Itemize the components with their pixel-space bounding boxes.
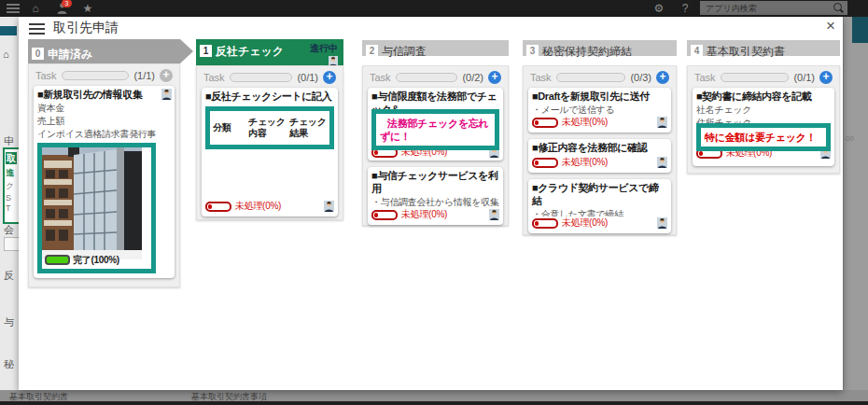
status-label: 与信調査 bbox=[382, 45, 427, 58]
card-line: 売上額 bbox=[37, 115, 171, 128]
status-number: 1 bbox=[200, 45, 212, 57]
add-task-button[interactable]: + bbox=[160, 69, 173, 82]
task-card[interactable]: ■修正内容を法務部に確認 未処理(0%) bbox=[528, 139, 671, 173]
gear-icon[interactable]: ⚙ bbox=[651, 2, 666, 15]
card-line: 資本金 bbox=[37, 102, 171, 115]
assignee-avatar bbox=[489, 209, 499, 220]
status-column-3: Task (0/3) + ■Draftを新規取引先に送付 ・メールで送信する 未… bbox=[523, 65, 677, 235]
status-header-4: 4基本取引契約書 bbox=[687, 40, 840, 56]
status-column-4: Task (0/1) + ■契約書に締結内容を記載 社名チェック 住所チェック … bbox=[687, 65, 840, 174]
card-line: 社名チェック bbox=[696, 104, 831, 117]
task-card[interactable]: ■クラウド契約サービスで締結 ・合意した文書で締結 未処理(0%) bbox=[528, 179, 671, 233]
progress-label: 未処理(0%) bbox=[401, 208, 447, 221]
card-title: ■クラウド契約サービスで締結 bbox=[532, 182, 667, 208]
task-progressbar bbox=[230, 73, 293, 82]
status-number: 4 bbox=[691, 45, 703, 57]
search-icon[interactable] bbox=[833, 3, 842, 11]
task-card[interactable]: ■与信チェックサービスを利用 ・与信調査会社から情報を収集 未処理(0%) bbox=[368, 167, 503, 225]
progress-pill bbox=[205, 202, 231, 212]
task-label: Task bbox=[370, 72, 391, 83]
help-icon[interactable]: ? bbox=[678, 2, 693, 15]
card-title: ■Draftを新規取引先に送付 bbox=[532, 91, 667, 104]
task-card[interactable]: ■Draftを新規取引先に送付 ・メールで送信する 未処理(0%) bbox=[528, 88, 671, 133]
progress-label: 未処理(0%) bbox=[562, 116, 608, 129]
card-progress: 完了(100%) bbox=[45, 254, 119, 267]
add-task-button[interactable]: + bbox=[819, 71, 833, 84]
assignee-avatar bbox=[161, 89, 172, 100]
background-record-right: 00 bbox=[843, 17, 868, 390]
table-header-cell: チェック結果 bbox=[287, 117, 328, 138]
status-number: 0 bbox=[32, 48, 44, 60]
bg-number-fragment: 00 bbox=[846, 134, 854, 143]
card-progress: 未処理(0%) bbox=[532, 216, 667, 230]
top-navbar: ⌂ 3 ★ ⚙ ? bbox=[0, 0, 868, 17]
close-icon[interactable]: × bbox=[821, 17, 840, 35]
background-app-banner bbox=[852, 17, 868, 43]
notification-badge: 3 bbox=[62, 0, 72, 7]
check-sheet-table: 分類 チェック内容 チェック結果 bbox=[205, 106, 334, 149]
home-icon[interactable]: ⌂ bbox=[28, 2, 43, 15]
task-progressbar bbox=[62, 71, 130, 80]
bg-field-label: 会 bbox=[4, 223, 14, 237]
star-icon[interactable]: ★ bbox=[80, 2, 95, 15]
status-header-1: 1反社チェック 進行中 bbox=[196, 39, 343, 65]
app-search-input[interactable] bbox=[700, 1, 847, 15]
highlight-note: 特に金額は要チェック！ bbox=[696, 123, 831, 151]
status-label: 申請済み bbox=[48, 48, 92, 61]
card-title: ■契約書に締結内容を記載 bbox=[696, 91, 831, 104]
task-label: Task bbox=[203, 72, 225, 83]
task-card[interactable]: ■新規取引先の情報収集 資本金 売上額 インボイス適格請求書発行事 bbox=[34, 86, 175, 278]
task-label: Task bbox=[35, 70, 57, 81]
card-line: ・合意した文書で締結 bbox=[532, 208, 667, 217]
progress-pill bbox=[371, 210, 398, 220]
add-task-button[interactable]: + bbox=[323, 71, 336, 84]
bg-field-label: 与 bbox=[4, 315, 14, 329]
status-column-2: Task (0/2) + ■与信限度額を法務部でチェック& 法務部チェックを忘れ… bbox=[362, 65, 509, 226]
status-header-2: 2与信調査 bbox=[362, 40, 509, 56]
task-count: (0/3) bbox=[630, 72, 651, 83]
status-column-1: Task (0/1) + ■反社チェックシートに記入 分類 チェック内容 チェッ… bbox=[196, 65, 343, 220]
progress-label: 未処理(0%) bbox=[235, 200, 281, 213]
task-progressbar bbox=[556, 73, 626, 82]
card-line: ・与信調査会社から情報を収集 bbox=[371, 196, 499, 209]
table-header-cell: 分類 bbox=[210, 122, 245, 133]
progress-label: 未処理(0%) bbox=[562, 216, 608, 230]
modal-menu-icon[interactable] bbox=[29, 23, 45, 35]
task-count: (0/1) bbox=[297, 72, 318, 83]
task-count: (0/1) bbox=[793, 72, 815, 83]
task-card[interactable]: ■与信限度額を法務部でチェック& 法務部チェックを忘れずに！ 未処理(0%) bbox=[368, 88, 503, 161]
card-title: ■反社チェックシートに記入 bbox=[205, 91, 334, 104]
bg-input-fragment bbox=[4, 237, 19, 251]
status-label: 秘密保持契約締結 bbox=[542, 45, 632, 58]
task-card[interactable]: ■反社チェックシートに記入 分類 チェック内容 チェック結果 未処理(0%) bbox=[202, 88, 338, 216]
task-progressbar bbox=[721, 73, 790, 82]
task-progressbar bbox=[396, 73, 458, 82]
table-header-cell: チェック内容 bbox=[245, 117, 287, 138]
progress-pill bbox=[532, 118, 558, 128]
hamburger-icon[interactable] bbox=[6, 2, 21, 15]
note-text: 特に金額は要チェック！ bbox=[705, 131, 822, 144]
progress-pill bbox=[532, 218, 558, 229]
card-title: ■与信チェックサービスを利用 bbox=[371, 170, 499, 196]
status-number: 3 bbox=[526, 45, 539, 57]
progress-label: 未処理(0%) bbox=[562, 156, 608, 169]
assignee-avatar bbox=[324, 201, 334, 212]
card-progress: 未処理(0%) bbox=[532, 116, 667, 129]
task-count: (1/1) bbox=[133, 70, 155, 81]
progress-pill bbox=[532, 158, 558, 168]
status-header-0: 0申請済み bbox=[28, 39, 193, 63]
status-number: 2 bbox=[366, 45, 378, 57]
status-header-3: 3秘密保持契約締結 bbox=[523, 40, 677, 56]
card-title: ■新規取引先の情報収集 bbox=[37, 89, 171, 102]
background-home-icon: ⌂ bbox=[3, 49, 9, 60]
modal-title: 取引先申請 bbox=[53, 20, 119, 36]
task-card[interactable]: ■契約書に締結内容を記載 社名チェック 住所チェック 特に金額は要チェック！ 未… bbox=[693, 88, 834, 166]
background-status-panel: 取 進 ク S T bbox=[3, 147, 19, 224]
bg-field-label: 秘 bbox=[4, 357, 14, 371]
add-task-button[interactable]: + bbox=[656, 71, 669, 84]
background-banner-fragment bbox=[0, 26, 17, 35]
card-line: ・メールで送信する bbox=[532, 104, 667, 116]
add-task-button[interactable]: + bbox=[488, 71, 501, 84]
card-progress: 未処理(0%) bbox=[371, 208, 499, 221]
task-label: Task bbox=[694, 72, 716, 83]
